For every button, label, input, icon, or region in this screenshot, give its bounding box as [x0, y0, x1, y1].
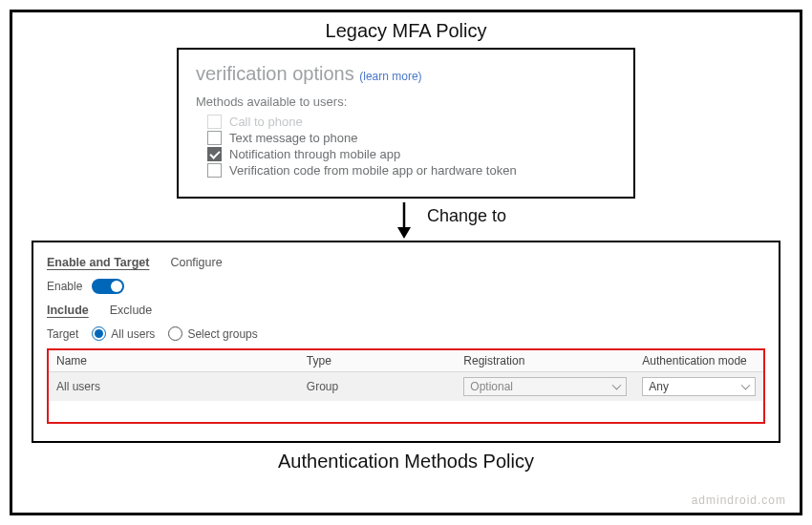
watermark: admindroid.com: [692, 494, 786, 507]
option-label: Notification through mobile app: [229, 147, 400, 161]
radio-label: Select groups: [187, 327, 257, 341]
target-label: Target: [47, 327, 78, 341]
enable-toggle[interactable]: [92, 279, 124, 294]
checkbox-text-message[interactable]: [207, 131, 222, 145]
radio-all-users[interactable]: All users: [92, 326, 155, 341]
cell-type: Group: [299, 372, 457, 402]
cell-name: All users: [49, 372, 299, 402]
cell-registration: Optional: [456, 372, 634, 402]
option-label: Call to phone: [229, 115, 303, 129]
option-label: Verification code from mobile app or har…: [229, 163, 517, 178]
main-tabs: Enable and Target Configure: [47, 256, 765, 269]
transition-row: Change to: [32, 202, 780, 239]
target-table-highlight: Name Type Registration Authentication mo…: [47, 348, 765, 424]
table-row[interactable]: All users Group Optional Any: [49, 372, 763, 402]
table-spacer: [49, 401, 763, 422]
auth-methods-title: Authentication Methods Policy: [32, 451, 780, 472]
target-table: Name Type Registration Authentication mo…: [49, 350, 763, 422]
auth-methods-panel: Enable and Target Configure Enable Inclu…: [32, 241, 780, 443]
methods-subheading: Methods available to users:: [196, 94, 616, 109]
radio-dot-icon: [168, 326, 182, 341]
verification-options-text: verification options: [196, 63, 354, 84]
legacy-title: Legacy MFA Policy: [32, 20, 780, 42]
option-label: Text message to phone: [229, 131, 357, 145]
verification-options-heading: verification options (learn more): [196, 63, 616, 85]
option-call-to-phone: Call to phone: [207, 115, 616, 129]
checkbox-verification-code[interactable]: [207, 163, 222, 178]
option-verification-code[interactable]: Verification code from mobile app or har…: [207, 163, 616, 178]
subtab-include[interactable]: Include: [47, 304, 89, 317]
arrow-down-icon: [32, 202, 777, 239]
registration-dropdown[interactable]: Optional: [463, 377, 627, 396]
col-registration: Registration: [456, 350, 634, 372]
radio-dot-icon: [92, 326, 106, 341]
radio-select-groups[interactable]: Select groups: [168, 326, 257, 341]
checkbox-notification-app[interactable]: [207, 147, 222, 161]
col-auth-mode: Authentication mode: [634, 350, 763, 372]
svg-marker-1: [397, 227, 411, 239]
option-text-message[interactable]: Text message to phone: [207, 131, 616, 145]
subtab-exclude[interactable]: Exclude: [110, 304, 152, 317]
tab-configure[interactable]: Configure: [170, 256, 222, 269]
col-type: Type: [299, 350, 457, 372]
change-to-label: Change to: [427, 206, 506, 226]
cell-auth-mode: Any: [634, 372, 763, 402]
checkbox-call-to-phone: [207, 115, 222, 129]
diagram-frame: Legacy MFA Policy verification options (…: [10, 10, 802, 515]
radio-label: All users: [111, 327, 155, 341]
auth-mode-dropdown[interactable]: Any: [642, 377, 756, 396]
include-exclude-tabs: Include Exclude: [47, 304, 765, 317]
legacy-mfa-panel: verification options (learn more) Method…: [177, 48, 635, 199]
col-name: Name: [49, 350, 299, 372]
tab-enable-and-target[interactable]: Enable and Target: [47, 256, 149, 269]
enable-label: Enable: [47, 280, 82, 293]
enable-row: Enable: [47, 279, 765, 294]
table-header-row: Name Type Registration Authentication mo…: [49, 350, 763, 372]
option-notification-app[interactable]: Notification through mobile app: [207, 147, 616, 161]
target-row: Target All users Select groups: [47, 326, 765, 341]
learn-more-link[interactable]: (learn more): [359, 70, 421, 83]
